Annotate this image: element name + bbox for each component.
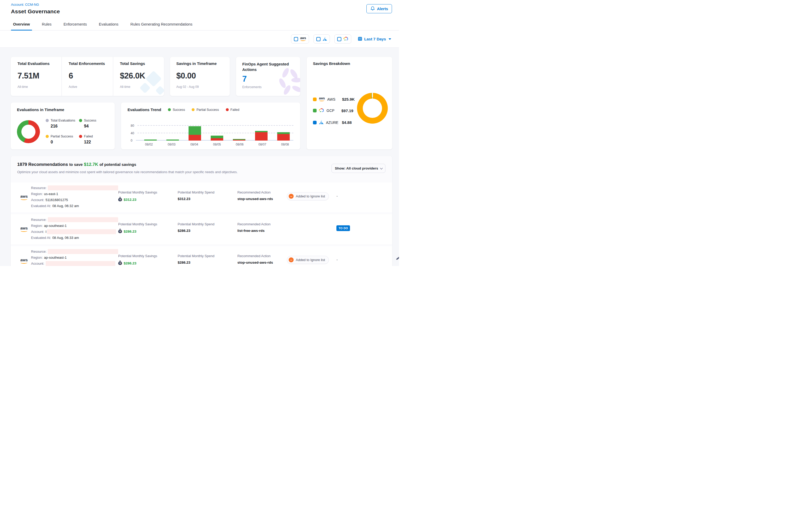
recommendations-count: 1879 Recommendations [17, 162, 68, 167]
card-title: Savings Breakdown [313, 61, 392, 66]
svg-text:$: $ [119, 262, 121, 264]
resource-details: Resource: Region:us-east-1 Account:51161… [31, 183, 118, 212]
finops-agent-card: FinOps Agent Suggested Actions 7 Enforce… [236, 57, 300, 96]
gcp-checkbox[interactable] [337, 37, 341, 41]
total-evaluations-stat: Total Evaluations 7.51M All-time [11, 57, 61, 96]
tab-evaluations[interactable]: Evaluations [99, 18, 118, 30]
evaluations-trend-card: Evaluations Trend Success Partial Succes… [121, 102, 300, 149]
minus-circle-icon: – [289, 258, 293, 262]
y-tick: 40 [131, 131, 134, 135]
provider-amount: $97.19 [341, 109, 353, 113]
resource-details: Resource: Region:ap-southeast-1 Account:… [31, 214, 118, 244]
aws-checkbox[interactable] [294, 37, 298, 41]
chevron-down-icon [380, 166, 383, 169]
bar-segment-failed [233, 140, 245, 140]
bar-segment-success [189, 126, 201, 135]
bar-segment-failed [255, 132, 268, 140]
x-tick: 08/05 [209, 142, 225, 146]
x-tick: 08/07 [254, 142, 270, 146]
stat-value: 7.51M [17, 71, 61, 81]
potential-monthly-savings: Potential Monthly Savings $$286.23 [118, 246, 177, 266]
stat-caption: Aug 02 - Aug 09 [176, 85, 230, 89]
gcp-color-swatch [313, 109, 317, 112]
potential-monthly-spend: Potential Monthly Spend $312.23 [177, 183, 237, 212]
x-tick: 08/03 [164, 142, 179, 146]
trend-legend-success: Success [168, 108, 185, 112]
alerts-button[interactable]: Alerts [366, 4, 392, 13]
aws-logo-icon: aws [300, 37, 306, 41]
tab-bar: Overview Rules Enforcements Evaluations … [0, 18, 399, 31]
provider-filter-aws[interactable]: aws [291, 34, 309, 43]
calendar-icon [358, 37, 362, 42]
trend-bar-08/05 [211, 120, 223, 140]
bar-segment-success [277, 132, 290, 134]
legend-partial-success: Partial Success 0 [46, 135, 79, 145]
total-dot-icon [46, 119, 49, 122]
recommendation-row[interactable]: aws Resource: Region:us-east-1 Account:5… [11, 183, 392, 212]
account-value: I [46, 230, 47, 234]
trend-legend-failed: Failed [226, 108, 240, 112]
tab-overview[interactable]: Overview [13, 18, 30, 30]
stat-title: Total Evaluations [17, 61, 61, 66]
aws-logo-icon: aws [20, 259, 27, 264]
bar-segment-failed [277, 134, 290, 140]
stat-title: Total Enforcements [69, 61, 113, 66]
savings-breakdown-card: Savings Breakdown aws AWS $25.9K GCP $97… [307, 57, 392, 149]
stat-caption: All-time [17, 85, 61, 89]
date-range-picker[interactable]: Last 7 Days [358, 37, 391, 42]
row-end-cell: - [337, 183, 360, 212]
redacted-resource [48, 249, 118, 254]
evaluations-in-timeframe-card: Evaluations in Timeframe Total Evaluatio… [11, 102, 115, 149]
svg-text:$: $ [119, 198, 121, 201]
caret-down-icon [388, 38, 391, 40]
aws-logo-icon: aws [319, 97, 325, 101]
tab-rules[interactable]: Rules [42, 18, 52, 30]
recommended-action: Recommended Action stop-unused-aws-rds [237, 246, 287, 266]
evaluations-donut-chart [17, 120, 40, 143]
money-bag-icon: $ [118, 229, 122, 234]
legend-success: Success 94 [79, 119, 110, 129]
page-title: Asset Governance [11, 8, 392, 15]
tab-rules-generating-recommendations[interactable]: Rules Generating Recommendations [130, 18, 192, 30]
account-breadcrumb[interactable]: Account: CCM-NG [11, 3, 392, 6]
card-title: Savings in Timeframe [176, 61, 230, 66]
potential-monthly-savings: Potential Monthly Savings $$312.23 [118, 183, 177, 212]
provider-amount: $25.9K [342, 97, 355, 101]
card-title: Evaluations Trend [128, 108, 161, 112]
total-enforcements-stat: Total Enforcements 6 Active [61, 57, 113, 96]
recommendations-header: 1879 Recommendations to save $12.7K of p… [11, 156, 392, 183]
recommendation-row[interactable]: aws Resource: Region:ap-southeast-1 Acco… [11, 246, 392, 266]
success-dot-icon [168, 108, 171, 111]
show-cloud-providers-dropdown[interactable]: Show: All cloud providers [331, 164, 385, 173]
provider-name: AZURE [326, 120, 340, 125]
y-tick: 0 [131, 139, 132, 142]
trend-bar-08/07 [255, 120, 268, 140]
x-axis-labels: 08/0208/0308/0408/0508/0608/0708/08 [140, 142, 293, 146]
account-value: 511616801275 [46, 198, 68, 202]
tab-enforcements[interactable]: Enforcements [64, 18, 87, 30]
azure-color-swatch [313, 121, 317, 125]
edit-pencil-icon[interactable] [395, 255, 399, 262]
stat-title: Total Savings [120, 61, 164, 66]
azure-checkbox[interactable] [316, 37, 321, 41]
asset-governance-page: Account: CCM-NG Asset Governance Alerts … [0, 0, 399, 266]
y-tick: 80 [131, 124, 134, 128]
provider-filter-gcp[interactable] [334, 34, 351, 43]
todo-badge[interactable]: TO DO [337, 225, 350, 231]
money-bag-icon: $ [118, 261, 122, 266]
provider-amount: $4.88 [342, 120, 352, 125]
status-cell: –Added to Ignore list [287, 183, 337, 212]
region-value: ap-southeast-1 [44, 255, 67, 260]
summary-stats-card: Total Evaluations 7.51M All-time Total E… [11, 57, 164, 96]
provider-filter-azure[interactable] [314, 34, 330, 43]
date-range-label: Last 7 Days [364, 37, 386, 41]
resource-details: Resource: Region:ap-southeast-1 Account:… [31, 246, 118, 266]
dashboard-content: Total Evaluations 7.51M All-time Total E… [0, 48, 399, 266]
ignore-list-pill[interactable]: –Added to Ignore list [287, 256, 329, 264]
potential-monthly-spend: Potential Monthly Spend $286.23 [177, 214, 237, 244]
redacted-account [46, 261, 115, 266]
page-header: Account: CCM-NG Asset Governance Alerts [0, 0, 399, 18]
evaluated-at-value: 08 Aug, 06:33 am [52, 236, 79, 240]
recommendation-row[interactable]: aws Resource: Region:ap-southeast-1 Acco… [11, 214, 392, 244]
ignore-list-pill[interactable]: –Added to Ignore list [287, 192, 329, 200]
